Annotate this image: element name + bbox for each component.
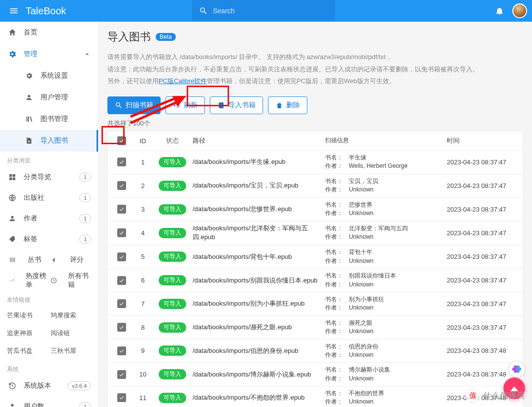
calibre-link[interactable]: PC版Calibre软件: [159, 77, 207, 85]
cell-id: 10: [131, 370, 155, 379]
delete-button[interactable]: 删除: [268, 96, 307, 114]
row-checkbox[interactable]: [117, 205, 126, 214]
friend-link[interactable]: 阅读链: [51, 325, 92, 342]
nav-import[interactable]: 导入图书: [0, 130, 98, 152]
avatar[interactable]: [512, 3, 527, 18]
nav-admin[interactable]: 管理: [0, 43, 98, 65]
friend-link[interactable]: 三秋书屋: [51, 343, 92, 359]
friend-link[interactable]: 苦瓜书盘: [7, 343, 48, 359]
selection-count: 共选择了100个: [107, 119, 523, 128]
friend-link[interactable]: 鸠摩搜索: [51, 307, 92, 324]
row-checkbox[interactable]: [117, 370, 126, 379]
trash-icon: [275, 101, 283, 109]
table-row[interactable]: 4可导入/data/books/imports/北洋裂变：军阀与五四.epub书…: [108, 221, 523, 245]
sidebar-all[interactable]: 所有书籍: [49, 272, 92, 289]
person-icon: [7, 403, 18, 407]
cell-time: 2023-04-23 08:37:47: [444, 181, 518, 190]
select-all-checkbox[interactable]: [117, 136, 126, 145]
cell-info: 书名： 濒死之眼作者： Unknown: [322, 318, 444, 337]
cell-time: 2023-04-23 08:37:48: [444, 370, 518, 379]
menu-icon[interactable]: [5, 2, 23, 20]
nav-label: 管理: [24, 50, 37, 59]
import-icon: [217, 101, 225, 109]
star-half-icon: [49, 256, 60, 263]
table-row[interactable]: 3可导入/data/books/imports/悲惨世界.epub书名： 悲惨世…: [108, 198, 523, 221]
nav-label: 首页: [24, 28, 37, 37]
cell-path: /data/books/imports/背包十年.epub: [190, 251, 322, 262]
sidebar-version[interactable]: 系统版本v3.6.4: [0, 376, 98, 396]
cell-path: /data/books/imports/悲惨世界.epub: [190, 204, 322, 215]
section-header: 系统: [0, 360, 98, 376]
sidebar-tag[interactable]: 标签1: [0, 229, 98, 250]
home-icon: [7, 28, 18, 37]
sidebar-series[interactable]: 丛书: [7, 255, 49, 264]
cell-path: /data/books/imports/不抱怨的世界.epub: [190, 392, 322, 403]
sidebar-publisher[interactable]: 出版社1: [0, 188, 98, 208]
search-box[interactable]: [192, 0, 335, 22]
nav-sys-settings[interactable]: 系统设置: [0, 65, 98, 87]
row-checkbox[interactable]: [117, 157, 126, 166]
sidebar-hot[interactable]: 热度榜单: [7, 272, 49, 289]
scan-button[interactable]: 扫描书籍: [107, 96, 161, 114]
scan-icon: [115, 101, 123, 109]
table-row[interactable]: 1可导入/data/books/imports/半生缘.epub书名： 半生缘作…: [108, 151, 523, 174]
table-row[interactable]: 10可导入/data/books/imports/博尔赫斯小说集.epub书名：…: [108, 363, 523, 386]
cell-path: /data/books/imports/别跟我说你懂日本.epub: [190, 275, 322, 286]
table-row[interactable]: 8可导入/data/books/imports/濒死之眼.epub书名： 濒死之…: [108, 316, 523, 340]
refresh-button[interactable]: 刷新: [166, 96, 205, 114]
status-badge: 可导入: [159, 181, 186, 191]
search-input[interactable]: [213, 7, 328, 15]
brand[interactable]: TaleBook: [26, 5, 66, 17]
row-checkbox[interactable]: [117, 299, 126, 308]
table-row[interactable]: 7可导入/data/books/imports/别为小事抓狂.epub书名： 别…: [108, 292, 523, 316]
status-badge: 可导入: [159, 393, 186, 403]
cell-time: 2023-04-23 08:37:47: [444, 299, 518, 309]
table-row[interactable]: 9可导入/data/books/imports/伯恩的身份.epub书名： 伯恩…: [108, 340, 523, 363]
sidebar-category[interactable]: 分类导览1: [0, 167, 98, 188]
cell-path: /data/books/imports/宝贝，宝贝.epub: [190, 180, 322, 191]
history-icon: [7, 382, 18, 390]
section-header: 友情链接: [0, 291, 98, 306]
row-checkbox[interactable]: [117, 181, 126, 190]
table-row[interactable]: 6可导入/data/books/imports/别跟我说你懂日本.epub书名：…: [108, 269, 523, 292]
gear-icon: [7, 50, 18, 59]
friend-link[interactable]: 追更神器: [7, 325, 48, 342]
bars-icon: [7, 256, 18, 263]
page-title: 导入图书: [107, 30, 151, 44]
assistant-fab[interactable]: [508, 361, 525, 377]
row-checkbox[interactable]: [117, 393, 126, 402]
cell-info: 书名： 半生缘作者： Wells, Herbert George: [322, 153, 444, 172]
cell-time: 2023-04-23 08:37:48: [444, 346, 518, 355]
cell-id: 6: [131, 276, 155, 285]
table-row[interactable]: 5可导入/data/books/imports/背包十年.epub书名： 背包十…: [108, 245, 523, 269]
nav-label: 系统设置: [40, 71, 68, 80]
cell-id: 2: [131, 181, 155, 190]
row-checkbox[interactable]: [117, 346, 126, 355]
friend-link[interactable]: 芒果读书: [7, 307, 48, 324]
row-checkbox[interactable]: [117, 276, 126, 285]
cell-info: 书名： 别为小事抓狂作者： Unknown: [322, 294, 444, 313]
cell-id: 7: [131, 299, 155, 309]
row-checkbox[interactable]: [117, 252, 126, 261]
main-content: 导入图书 Beta 请将需要导入的书籍放入 /data/books/import…: [99, 22, 532, 407]
import-icon: [24, 137, 34, 145]
cell-path: /data/books/imports/伯恩的身份.epub: [190, 345, 322, 356]
status-badge: 可导入: [159, 204, 186, 215]
sidebar-usercount[interactable]: 用户数1: [0, 396, 98, 407]
cell-path: /data/books/imports/半生缘.epub: [190, 157, 322, 167]
import-button[interactable]: 导入书籍: [210, 96, 263, 114]
nav-books[interactable]: 图书管理: [0, 108, 98, 130]
row-checkbox[interactable]: [117, 323, 126, 332]
table-row[interactable]: 11可导入/data/books/imports/不抱怨的世界.epub书名： …: [108, 386, 523, 407]
nav-home[interactable]: 首页: [0, 22, 98, 43]
bell-icon[interactable]: [495, 6, 504, 16]
status-badge: 可导入: [159, 251, 186, 262]
sidebar-rating[interactable]: 评分: [49, 255, 92, 264]
table-row[interactable]: 2可导入/data/books/imports/宝贝，宝贝.epub书名： 宝贝…: [108, 174, 523, 198]
sidebar-author[interactable]: 作者1: [0, 208, 98, 229]
row-checkbox[interactable]: [117, 228, 126, 237]
nav-users[interactable]: 用户管理: [0, 87, 98, 108]
cell-id: 11: [131, 393, 155, 403]
cell-id: 8: [131, 323, 155, 332]
description: 请将需要导入的书籍放入 /data/books/imports/ 目录中。 支持…: [107, 51, 523, 88]
